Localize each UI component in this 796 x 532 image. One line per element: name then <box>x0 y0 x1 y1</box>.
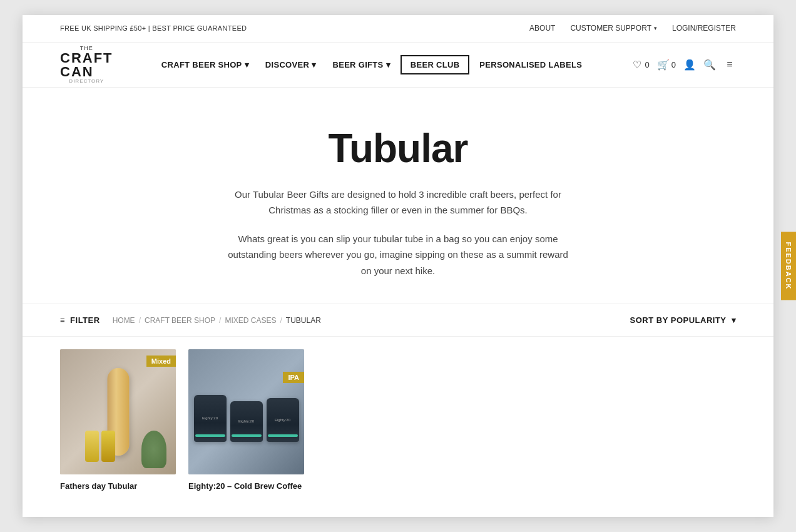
menu-button[interactable]: ≡ <box>723 58 736 71</box>
top-bar: FREE UK SHIPPING £50+ | BEST PRICE GUARA… <box>23 15 773 43</box>
breadcrumb-sep-1: / <box>139 316 141 325</box>
search-icon: 🔍 <box>703 58 716 71</box>
filter-left-group: ≡ FILTER HOME / CRAFT BEER SHOP / MIXED … <box>60 315 321 325</box>
promo-text: FREE UK SHIPPING £50+ | BEST PRICE GUARA… <box>60 24 247 32</box>
product-title-2: Eighty:20 – Cold Brew Coffee <box>188 481 304 492</box>
hero-description-2: Whats great is you can slip your tubular… <box>223 231 573 279</box>
logo-craft: CRAFTCAN <box>60 51 113 79</box>
breadcrumb-craft-beer-shop[interactable]: CRAFT BEER SHOP <box>145 316 215 325</box>
nav-craft-beer-shop[interactable]: CRAFT BEER SHOP ▾ <box>155 55 255 74</box>
user-icon: 👤 <box>683 58 696 71</box>
list-item[interactable]: Mixed Fathers day Tubular <box>60 349 176 492</box>
nav-discover[interactable]: DISCOVER ▾ <box>259 55 323 74</box>
product-image-2: Eighty:20 Eighty:20 Eighty:20 <box>188 349 304 474</box>
hero-section: Tubular Our Tubular Beer Gifts are desig… <box>23 88 773 304</box>
sort-button[interactable]: SORT BY POPULARITY ▾ <box>630 315 736 325</box>
plant-decoration <box>141 431 166 468</box>
heart-icon: ♡ <box>631 58 643 71</box>
breadcrumb: HOME / CRAFT BEER SHOP / MIXED CASES / T… <box>113 316 321 325</box>
product-image-1: Mixed <box>60 349 176 474</box>
nav-beer-club[interactable]: BEER CLUB <box>401 55 470 74</box>
can-label: Eighty:20 <box>275 418 290 422</box>
breadcrumb-sep-2: / <box>219 316 221 325</box>
top-bar-right: ABOUT CUSTOMER SUPPORT ▾ LOGIN/REGISTER <box>529 24 736 33</box>
filter-label: FILTER <box>70 315 100 325</box>
breadcrumb-sep-3: / <box>280 316 282 325</box>
breadcrumb-mixed-cases[interactable]: MIXED CASES <box>225 316 276 325</box>
login-link[interactable]: LOGIN/REGISTER <box>672 24 736 33</box>
can-label: Eighty:20 <box>238 419 254 423</box>
products-section: Mixed Fathers day Tubular Eighty:20 <box>23 337 773 517</box>
chevron-down-icon: ▾ <box>312 60 316 69</box>
filter-button[interactable]: ≡ FILTER <box>60 315 100 325</box>
wishlist-count: 0 <box>645 60 650 69</box>
account-button[interactable]: 👤 <box>683 58 696 71</box>
main-navigation: CRAFT BEER SHOP ▾ DISCOVER ▾ BEER GIFTS … <box>155 55 588 74</box>
chevron-down-icon: ▾ <box>245 60 249 69</box>
sort-label: SORT BY POPULARITY <box>630 315 727 325</box>
about-link[interactable]: ABOUT <box>529 24 555 33</box>
search-button[interactable]: 🔍 <box>703 58 716 71</box>
chevron-down-icon: ▾ <box>654 25 657 31</box>
can-label: Eighty:20 <box>202 416 218 420</box>
cart-button[interactable]: 🛒 0 <box>657 58 676 71</box>
products-grid: Mixed Fathers day Tubular Eighty:20 <box>60 349 736 492</box>
product-title-1: Fathers day Tubular <box>60 481 176 492</box>
nav-icons: ♡ 0 🛒 0 👤 🔍 ≡ <box>631 58 736 71</box>
cart-count: 0 <box>671 60 676 69</box>
nav-bar: THE CRAFTCAN DIRECTORY CRAFT BEER SHOP ▾… <box>23 43 773 88</box>
list-item[interactable]: Eighty:20 Eighty:20 Eighty:20 <box>188 349 304 492</box>
filter-icon: ≡ <box>60 315 65 325</box>
wishlist-button[interactable]: ♡ 0 <box>631 58 650 71</box>
cart-icon: 🛒 <box>657 58 670 71</box>
logo[interactable]: THE CRAFTCAN DIRECTORY <box>60 46 113 84</box>
hamburger-icon: ≡ <box>723 58 736 71</box>
beer-cans-decoration <box>85 431 115 462</box>
chevron-down-icon: ▾ <box>386 60 390 69</box>
support-link[interactable]: CUSTOMER SUPPORT ▾ <box>570 24 657 33</box>
nav-beer-gifts[interactable]: BEER GIFTS ▾ <box>326 55 396 74</box>
chevron-down-icon: ▾ <box>732 315 737 325</box>
logo-directory: DIRECTORY <box>69 79 104 84</box>
page-title: Tubular <box>35 125 761 171</box>
product-tag-mixed: Mixed <box>146 356 176 367</box>
feedback-label: FEEDBACK <box>785 242 792 290</box>
nav-personalised-labels[interactable]: PERSONALISED LABELS <box>473 55 588 74</box>
breadcrumb-home[interactable]: HOME <box>113 316 135 325</box>
breadcrumb-current: TUBULAR <box>286 316 321 325</box>
feedback-button[interactable]: FEEDBACK <box>781 232 796 300</box>
hero-description-1: Our Tubular Beer Gifts are designed to h… <box>229 187 567 218</box>
filter-bar: ≡ FILTER HOME / CRAFT BEER SHOP / MIXED … <box>23 304 773 337</box>
product-tag-ipa: IPA <box>283 372 304 383</box>
